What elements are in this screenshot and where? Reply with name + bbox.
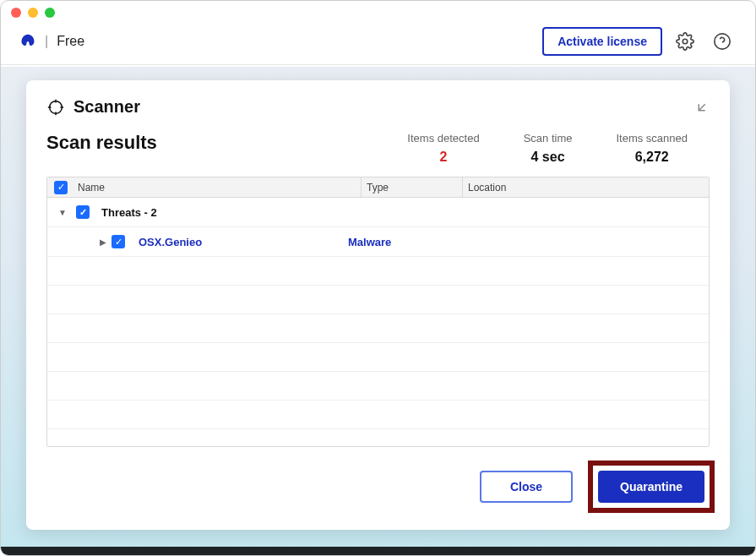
titlebar	[1, 1, 755, 18]
malwarebytes-logo-icon	[19, 33, 36, 50]
scanner-crosshair-icon	[46, 98, 65, 117]
results-title: Scan results	[46, 132, 385, 154]
table-header: Name Type Location	[47, 177, 709, 198]
select-all-checkbox[interactable]	[54, 181, 68, 194]
group-row-threats[interactable]: ▼ Threats - 2	[47, 198, 709, 227]
scanner-panel: Scanner Scan results Items detected 2 Sc…	[26, 80, 730, 530]
close-button[interactable]: Close	[480, 471, 573, 503]
dock-shadow	[1, 547, 755, 555]
col-location[interactable]: Location	[463, 182, 709, 194]
stat-label: Items detected	[407, 132, 479, 144]
col-type[interactable]: Type	[362, 177, 463, 197]
stat-label: Items scanned	[616, 132, 688, 144]
stat-items-detected: Items detected 2	[385, 132, 501, 165]
quarantine-highlight: Quarantine	[588, 461, 715, 513]
stat-items-scanned: Items scanned 6,272	[594, 132, 710, 165]
table-body: ▼ Threats - 2 ▶ OSX.Genieo Malware	[47, 198, 709, 446]
app-window: | Free Activate license Scanner Scan res…	[0, 0, 756, 556]
svg-line-8	[699, 104, 705, 110]
svg-point-3	[50, 101, 63, 113]
stat-value: 6,272	[616, 150, 688, 165]
stat-scan-time: Scan time 4 sec	[502, 132, 595, 165]
empty-row	[47, 372, 709, 401]
activate-license-button[interactable]: Activate license	[542, 27, 662, 56]
stat-value: 4 sec	[524, 150, 573, 165]
panel-footer: Close Quarantine	[46, 447, 710, 513]
table-row[interactable]: ▶ OSX.Genieo Malware	[47, 227, 709, 257]
empty-row	[47, 286, 709, 314]
window-minimize-button[interactable]	[28, 8, 38, 18]
brand-separator: |	[45, 34, 48, 49]
threat-type: Malware	[346, 236, 448, 248]
chevron-down-icon[interactable]: ▼	[54, 208, 71, 217]
panel-title: Scanner	[73, 97, 140, 117]
row-checkbox[interactable]	[111, 235, 125, 248]
collapse-icon[interactable]	[694, 100, 710, 115]
threat-name: OSX.Genieo	[139, 236, 346, 248]
chevron-right-icon[interactable]: ▶	[95, 237, 111, 247]
help-button[interactable]	[708, 27, 737, 56]
results-summary: Scan results Items detected 2 Scan time …	[46, 132, 710, 165]
empty-row	[47, 343, 709, 372]
empty-row	[47, 257, 709, 286]
svg-point-1	[715, 33, 730, 48]
quarantine-button[interactable]: Quarantine	[598, 471, 704, 503]
empty-row	[47, 401, 709, 429]
brand: | Free	[19, 33, 84, 50]
stat-label: Scan time	[524, 132, 573, 144]
panel-header: Scanner	[46, 97, 710, 117]
window-close-button[interactable]	[11, 8, 21, 18]
window-zoom-button[interactable]	[45, 8, 55, 18]
topbar: | Free Activate license	[1, 18, 755, 65]
col-name[interactable]: Name	[74, 177, 362, 197]
results-table: Name Type Location ▼ Threats - 2 ▶ OSX.G…	[46, 177, 710, 447]
help-icon	[713, 32, 732, 51]
empty-row	[47, 314, 709, 343]
stat-value: 2	[407, 150, 479, 165]
svg-point-0	[683, 39, 688, 44]
gear-icon	[676, 32, 694, 51]
group-checkbox[interactable]	[76, 205, 90, 219]
settings-button[interactable]	[671, 27, 699, 56]
edition-label: Free	[57, 34, 84, 49]
group-label: Threats - 2	[101, 206, 157, 219]
